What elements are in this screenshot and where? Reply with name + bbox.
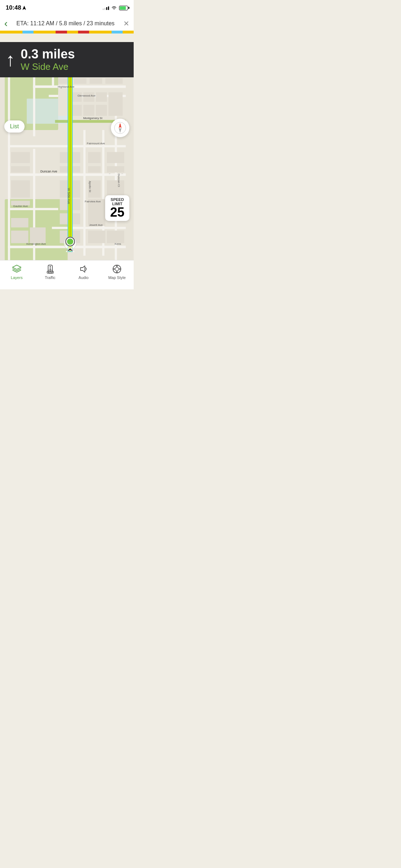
duncan-ave-label: Duncan Ave	[40, 170, 57, 173]
compass-button[interactable]: N	[111, 119, 129, 137]
jewett-ave-label: Jewett Ave	[89, 223, 103, 227]
svg-rect-4	[33, 86, 126, 88]
svg-rect-43	[88, 166, 101, 172]
traffic-label: Traffic	[45, 275, 56, 280]
nav-back-button[interactable]: ‹	[4, 19, 7, 29]
status-time: 10:48	[6, 4, 26, 11]
route-segment	[67, 31, 78, 33]
svg-rect-36	[11, 166, 30, 172]
svg-point-83	[116, 271, 118, 273]
svg-rect-51	[88, 199, 106, 226]
svg-rect-27	[58, 92, 69, 116]
route-segment	[56, 31, 67, 33]
svg-rect-42	[88, 152, 101, 163]
svg-rect-15	[83, 130, 86, 256]
svg-text:←: ←	[108, 172, 111, 175]
mapstyle-icon	[112, 264, 122, 274]
audio-icon	[78, 264, 88, 274]
duncan-ct-label: Duncan Ct	[117, 174, 120, 187]
time-display: 10:48	[6, 4, 21, 11]
svg-rect-7	[8, 145, 126, 147]
fairview-ave-label: Fairview Ave	[85, 200, 101, 203]
svg-rect-37	[11, 180, 30, 198]
kens-label: Kens	[115, 242, 121, 246]
svg-rect-46	[107, 166, 124, 172]
svg-rect-12	[8, 61, 10, 260]
route-segment	[22, 31, 34, 33]
svg-text:←: ←	[121, 172, 124, 175]
eta-text: ETA: 11:12 AM / 5.8 miles / 23 minutes	[16, 20, 114, 27]
svg-marker-71	[12, 265, 21, 269]
compass-icon: N	[114, 122, 127, 134]
svg-rect-10	[52, 227, 126, 229]
status-bar: 10:48	[0, 0, 134, 16]
svg-marker-69	[119, 128, 122, 133]
svg-rect-57	[30, 227, 46, 243]
status-right-icons	[103, 6, 128, 10]
svg-point-81	[115, 267, 119, 271]
layers-icon	[12, 264, 22, 274]
route-segment	[0, 31, 22, 33]
svg-rect-33	[83, 105, 94, 116]
location-indicator-icon	[22, 6, 26, 10]
eta-bar: ‹ ETA: 11:12 AM / 5.8 miles / 23 minutes…	[0, 19, 134, 29]
svg-rect-34	[96, 105, 107, 116]
montgomery-st-label: Montgomery St	[83, 117, 103, 120]
bottom-toolbar: Layers Traffic Audio	[0, 260, 134, 289]
svg-marker-78	[81, 266, 85, 272]
svg-point-85	[119, 268, 120, 270]
signal-icon	[103, 6, 109, 10]
nav-close-button[interactable]: ✕	[123, 19, 129, 28]
svg-point-82	[116, 265, 118, 267]
direction-street: W Side Ave	[21, 61, 75, 72]
route-segment	[78, 31, 89, 33]
direction-arrow-icon: ↑	[6, 50, 15, 69]
w-side-ave-route-label: W Side Ave	[67, 188, 71, 204]
wifi-icon	[111, 6, 117, 10]
svg-rect-31	[108, 92, 123, 116]
toolbar-item-audio[interactable]: Audio	[67, 264, 101, 280]
svg-rect-26	[106, 78, 123, 84]
glenwood-ave-label: Glenwood Ave	[77, 94, 96, 97]
speed-limit-value: 25	[109, 206, 126, 219]
mapstyle-label: Map Style	[108, 275, 126, 280]
audio-label: Audio	[78, 275, 88, 280]
svg-point-74	[50, 268, 51, 270]
svg-rect-45	[107, 152, 124, 163]
apollo-st-label: Apollo St	[88, 181, 92, 193]
route-segment	[34, 31, 56, 33]
layers-label: Layers	[11, 275, 22, 280]
speed-limit-sign: SPEED LIMIT 25	[105, 195, 129, 221]
svg-rect-56	[11, 231, 29, 243]
svg-rect-35	[11, 152, 30, 163]
direction-distance: 0.3 miles	[21, 47, 75, 61]
svg-rect-30	[96, 92, 107, 102]
svg-rect-55	[11, 218, 29, 227]
svg-rect-54	[107, 231, 124, 243]
kensington-ave-label: Kensington Ave	[26, 242, 46, 246]
fairmount-ave-label: Fairmount Ave	[87, 142, 106, 145]
route-segment	[89, 31, 112, 33]
svg-rect-8	[8, 174, 126, 176]
svg-point-73	[50, 266, 51, 268]
highland-ave-label: Highland Ave	[58, 85, 74, 88]
svg-point-84	[113, 268, 115, 270]
toolbar-item-traffic[interactable]: Traffic	[34, 264, 67, 280]
toolbar-item-mapstyle[interactable]: Map Style	[100, 264, 134, 280]
svg-rect-24	[74, 78, 86, 84]
direction-banner: ↑ 0.3 miles W Side Ave	[0, 42, 134, 77]
svg-point-65	[67, 238, 73, 245]
nav-header: ‹ ETA: 11:12 AM / 5.8 miles / 23 minutes…	[0, 16, 134, 33]
toolbar-item-layers[interactable]: Layers	[0, 264, 34, 280]
speed-limit-label-top: SPEED	[109, 197, 126, 202]
gautier-ave-label: Gautier Ave	[13, 205, 28, 208]
list-button[interactable]: List	[4, 120, 25, 133]
traffic-icon	[45, 264, 55, 274]
svg-rect-25	[89, 78, 102, 84]
route-segment	[123, 31, 134, 33]
route-segment	[112, 31, 123, 33]
svg-rect-53	[88, 231, 106, 243]
battery-icon	[119, 6, 128, 10]
direction-info: 0.3 miles W Side Ave	[21, 47, 75, 72]
route-progress-bar	[0, 31, 134, 33]
